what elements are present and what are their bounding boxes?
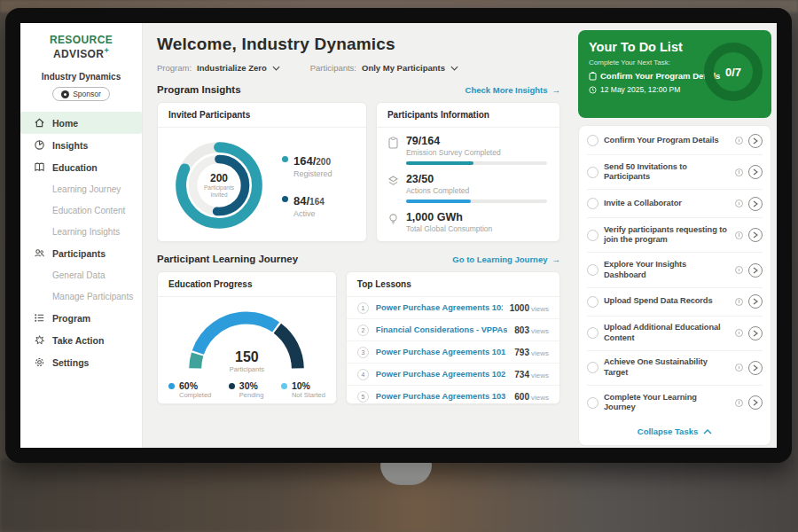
active-total: 164 (309, 197, 325, 207)
sidebar-item-education[interactable]: Education (20, 156, 142, 178)
home-icon (34, 117, 45, 129)
go-to-learning-journey-link[interactable]: Go to Learning Journey → (452, 254, 560, 264)
sidebar-item-label: Learning Journey (52, 184, 121, 194)
task-open-button[interactable] (748, 228, 763, 242)
stat-global-consumption: 1,000 GWh Total Global Consumption (387, 211, 547, 233)
task-checkbox[interactable] (587, 167, 598, 178)
top-lessons-title: Top Lessons (347, 272, 559, 297)
lesson-row: 2 Financial Considerations - VPPAs 803vi… (347, 319, 559, 341)
task-label: Verify participants requesting to join t… (604, 225, 730, 246)
lesson-rank: 3 (357, 347, 369, 358)
lesson-views-count: 600 (514, 392, 529, 402)
sponsor-label: Sponsor (73, 90, 101, 98)
task-checkbox[interactable] (587, 230, 598, 241)
task-info-icon (735, 329, 743, 337)
check-more-insights-link[interactable]: Check More Insights → (466, 85, 560, 95)
app-logo: RESOURCE ADVISOR+ (20, 34, 142, 60)
chevron-right-icon (753, 364, 758, 372)
sidebar: RESOURCE ADVISOR+ Industry Dynamics Spon… (20, 23, 143, 448)
legend-dot-pending (229, 383, 235, 389)
lesson-link[interactable]: Power Purchase Agreements 102 (376, 370, 507, 379)
task-label: Upload Additional Educational Content (604, 323, 730, 343)
lesson-link[interactable]: Financial Considerations - VPPAs (376, 325, 507, 334)
sidebar-item-learning-journey[interactable]: Learning Journey (20, 178, 142, 200)
task-open-button[interactable] (748, 326, 763, 340)
lesson-views-count: 1000 (510, 303, 529, 313)
participants-filter[interactable]: Participants: Only My Participants (310, 63, 458, 73)
sidebar-item-label: Home (52, 118, 78, 129)
lesson-views-count: 803 (514, 325, 529, 335)
program-filter[interactable]: Program: Industrialize Zero (157, 63, 280, 73)
participants-information-title: Participants Information (377, 103, 559, 128)
task-checkbox[interactable] (587, 135, 598, 146)
education-progress-title: Education Progress (158, 272, 336, 297)
legend-active: 84/164 Active (282, 192, 332, 218)
sidebar-item-label: General Data (52, 270, 105, 280)
collapse-tasks-link[interactable]: Collapse Tasks (587, 419, 763, 444)
legend-completed: 60% Completed (168, 380, 211, 399)
monitor-bezel: RESOURCE ADVISOR+ Industry Dynamics Spon… (5, 8, 792, 463)
invited-count-label: Participants (204, 184, 234, 192)
task-checkbox[interactable] (587, 327, 598, 339)
survey-icon (387, 137, 399, 149)
task-checkbox[interactable] (587, 264, 598, 276)
org-name: Industry Dynamics (20, 72, 142, 82)
logo-part-2: ADVISOR (53, 48, 104, 60)
lesson-link[interactable]: Power Purchase Agreements 103 (376, 392, 507, 401)
chevron-right-icon (753, 168, 758, 176)
sidebar-item-education-content[interactable]: Education Content (20, 200, 142, 221)
task-open-button[interactable] (748, 263, 763, 278)
participants-count-label: Participants (180, 365, 313, 373)
page-title: Welcome, Industry Dynamics (157, 35, 560, 54)
task-open-button[interactable] (748, 165, 763, 179)
sidebar-item-take-action[interactable]: Take Action (20, 329, 142, 351)
education-gauge-chart: 150 Participants (180, 301, 313, 375)
sidebar-item-settings[interactable]: Settings (20, 351, 142, 373)
task-open-button[interactable] (748, 395, 763, 410)
lesson-link[interactable]: Power Purchase Agreements 101 (376, 348, 507, 356)
task-info-icon (735, 231, 743, 239)
stat-actions-completed: 23/50 Actions Completed (387, 173, 547, 203)
todo-summary-card: Your To Do List Complete Your Next Task:… (578, 30, 771, 118)
chevron-right-icon (753, 231, 758, 239)
actions-completed-label: Actions Completed (406, 186, 547, 195)
todo-tasks-card: Confirm Your Program Details Send 50 Inv… (578, 125, 771, 446)
invited-participants-title: Invited Participants (158, 103, 366, 128)
task-open-button[interactable] (748, 294, 763, 309)
task-checkbox[interactable] (587, 198, 598, 209)
task-checkbox[interactable] (587, 397, 598, 409)
stat-emission-survey: 79/164 Emission Survey Completed (387, 135, 547, 165)
invited-count: 200 (210, 172, 228, 184)
education-icon (34, 161, 45, 173)
donut-center-label: 200 Participants Invited (167, 133, 271, 238)
views-label: views (531, 327, 549, 335)
participants-filter-label: Participants: (310, 63, 356, 73)
actions-progress-fill (406, 200, 471, 203)
sidebar-item-general-data[interactable]: General Data (20, 264, 142, 286)
sidebar-item-program[interactable]: Program (20, 307, 142, 329)
participants-count: 150 (180, 349, 313, 365)
sidebar-item-participants[interactable]: Participants (20, 242, 142, 264)
sidebar-item-insights[interactable]: Insights (20, 134, 142, 156)
task-open-button[interactable] (748, 134, 763, 148)
task-open-button[interactable] (748, 197, 763, 211)
task-info-icon (735, 364, 743, 372)
task-label: Upload Spend Data Records (604, 296, 730, 307)
sidebar-item-learning-insights[interactable]: Learning Insights (20, 221, 142, 242)
registered-total: 200 (316, 157, 331, 167)
invited-participants-body: 200 Participants Invited 164/200 Registe… (158, 128, 366, 242)
lesson-rank: 2 (357, 325, 369, 336)
actions-completed-value: 23/50 (406, 173, 547, 185)
lesson-link[interactable]: Power Purchase Agreements 101 (376, 303, 503, 312)
completed-value: 60% (179, 380, 211, 391)
sidebar-item-label: Manage Participants (52, 292, 133, 301)
sidebar-item-home[interactable]: Home (20, 112, 142, 134)
emission-survey-value: 79/164 (406, 135, 547, 147)
invited-participants-card: Invited Participants 200 Participants I (157, 102, 367, 242)
sidebar-item-manage-participants[interactable]: Manage Participants (20, 286, 142, 307)
chevron-up-icon (703, 429, 712, 434)
task-checkbox[interactable] (587, 296, 598, 308)
gauge-legend: 60% Completed 30% Pending 10% Not Starte… (158, 375, 336, 399)
task-checkbox[interactable] (587, 362, 598, 373)
task-open-button[interactable] (748, 361, 763, 375)
